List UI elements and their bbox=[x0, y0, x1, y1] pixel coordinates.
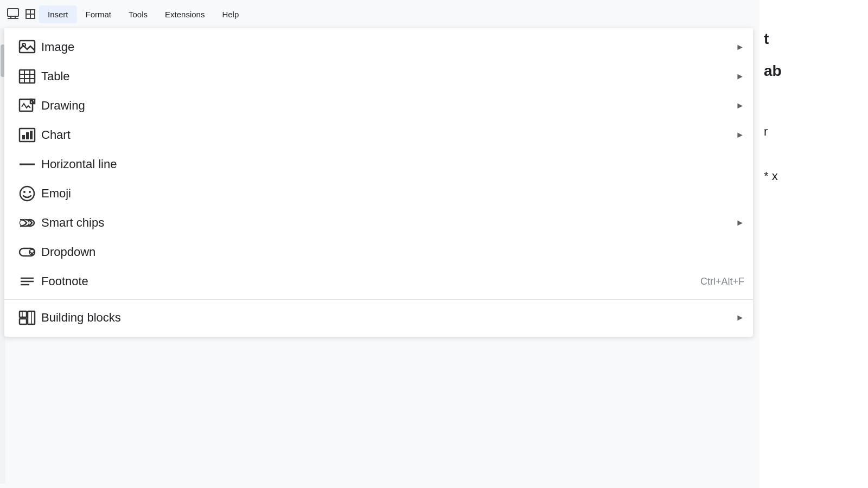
svg-rect-18 bbox=[30, 131, 33, 139]
menu-item-image[interactable]: Image ► bbox=[4, 33, 753, 62]
right-panel-text-3: r bbox=[764, 125, 859, 139]
chart-label: Chart bbox=[41, 128, 731, 142]
emoji-icon bbox=[13, 184, 41, 203]
menu-item-building-blocks[interactable]: Building blocks ► bbox=[4, 303, 753, 332]
app-window: Insert Format Tools Extensions Help Imag… bbox=[0, 0, 760, 488]
menu-item-smart-chips[interactable]: Smart chips ► bbox=[4, 208, 753, 237]
chart-arrow: ► bbox=[736, 130, 744, 140]
svg-point-20 bbox=[20, 187, 34, 201]
smart-chips-label: Smart chips bbox=[41, 216, 731, 230]
toolbar-icon-1[interactable] bbox=[4, 5, 22, 23]
footnote-shortcut: Ctrl+Alt+F bbox=[700, 276, 744, 287]
building-blocks-label: Building blocks bbox=[41, 311, 731, 325]
chart-icon bbox=[13, 125, 41, 145]
table-icon bbox=[13, 67, 41, 86]
menu-format[interactable]: Format bbox=[77, 5, 120, 23]
footnote-icon bbox=[13, 272, 41, 291]
right-panel-text-1: t bbox=[764, 28, 859, 49]
menu-item-drawing[interactable]: Drawing ► bbox=[4, 91, 753, 120]
horizontal-line-icon bbox=[13, 155, 41, 174]
menu-extensions[interactable]: Extensions bbox=[156, 5, 213, 23]
building-blocks-icon bbox=[13, 308, 41, 328]
svg-rect-16 bbox=[22, 135, 25, 139]
svg-point-21 bbox=[23, 191, 25, 193]
menu-item-footnote[interactable]: Footnote Ctrl+Alt+F bbox=[4, 267, 753, 296]
menu-item-chart[interactable]: Chart ► bbox=[4, 120, 753, 150]
right-panel-text-4: * x bbox=[764, 169, 859, 183]
dropdown-icon bbox=[13, 242, 41, 262]
menu-item-horizontal-line[interactable]: Horizontal line bbox=[4, 150, 753, 179]
insert-dropdown-menu: Image ► Table ► bbox=[4, 28, 753, 337]
smart-chips-icon bbox=[13, 213, 41, 233]
svg-rect-32 bbox=[20, 319, 27, 324]
svg-rect-31 bbox=[20, 311, 27, 317]
smart-chips-arrow: ► bbox=[736, 218, 744, 228]
svg-rect-0 bbox=[8, 9, 18, 16]
image-arrow: ► bbox=[736, 42, 744, 52]
menu-item-table[interactable]: Table ► bbox=[4, 62, 753, 91]
menu-item-dropdown[interactable]: Dropdown bbox=[4, 237, 753, 267]
drawing-arrow: ► bbox=[736, 101, 744, 111]
menu-bar: Insert Format Tools Extensions Help bbox=[0, 0, 760, 28]
image-label: Image bbox=[41, 40, 731, 54]
footnote-label: Footnote bbox=[41, 274, 700, 288]
emoji-label: Emoji bbox=[41, 187, 744, 201]
right-panel-text-2: ab bbox=[764, 60, 859, 81]
horizontal-line-label: Horizontal line bbox=[41, 157, 744, 171]
svg-rect-8 bbox=[20, 70, 35, 83]
table-label: Table bbox=[41, 69, 731, 84]
menu-insert[interactable]: Insert bbox=[39, 5, 77, 23]
menu-item-emoji[interactable]: Emoji bbox=[4, 179, 753, 208]
toolbar-icon-2[interactable] bbox=[22, 5, 39, 23]
dropdown-label: Dropdown bbox=[41, 245, 744, 259]
svg-rect-17 bbox=[26, 132, 29, 139]
menu-tools[interactable]: Tools bbox=[120, 5, 156, 23]
building-blocks-arrow: ► bbox=[736, 313, 744, 323]
drawing-icon bbox=[13, 96, 41, 115]
svg-point-22 bbox=[29, 191, 31, 193]
menu-help[interactable]: Help bbox=[213, 5, 247, 23]
menu-divider bbox=[4, 299, 753, 300]
drawing-label: Drawing bbox=[41, 99, 731, 113]
image-icon bbox=[13, 37, 41, 57]
right-panel-content: t ab r * x bbox=[760, 0, 868, 488]
table-arrow: ► bbox=[736, 72, 744, 81]
